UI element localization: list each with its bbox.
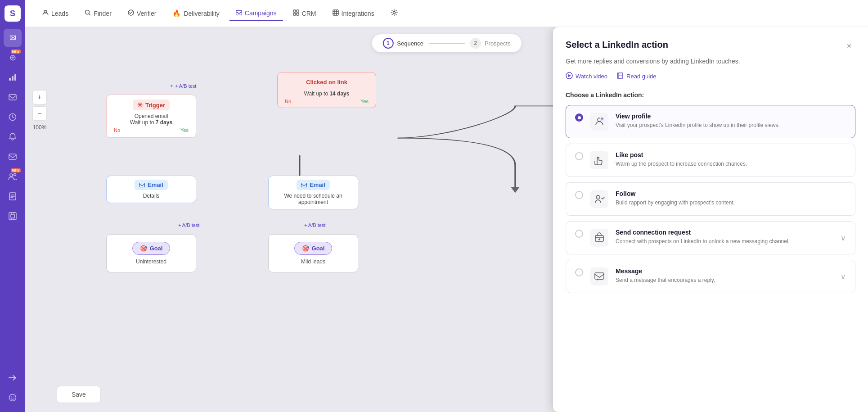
- nav-campaigns[interactable]: Campaigns: [229, 5, 283, 21]
- goal-node-1[interactable]: 🎯 Goal Uninterested: [106, 234, 196, 272]
- watch-video-label: Watch video: [576, 73, 607, 80]
- panel-close-button[interactable]: ×: [843, 40, 855, 52]
- sidebar-item-stats[interactable]: [4, 68, 22, 86]
- nav-verifier-label: Verifier: [137, 10, 157, 17]
- zoom-out-button[interactable]: −: [32, 106, 47, 121]
- sidebar-item-new1[interactable]: ⊕NEW: [4, 49, 22, 67]
- action-message[interactable]: Message Send a message that encourages a…: [566, 260, 855, 293]
- nav-leads-label: Leads: [51, 10, 68, 17]
- goal-name-1: Uninterested: [136, 258, 166, 265]
- abtest-email1[interactable]: + A/B test: [178, 221, 199, 229]
- goal-badge-2: 🎯 Goal: [294, 242, 333, 255]
- abtest-trigger-btn[interactable]: ＋ + A/B test: [169, 82, 196, 89]
- canvas-controls: + − 100%: [32, 63, 47, 131]
- step-circle-1: 1: [382, 38, 393, 49]
- trigger-node[interactable]: ✳ Trigger Opened email Wait up to 7 days…: [106, 95, 196, 138]
- message-title: Message: [616, 267, 833, 275]
- clicked-wait: Wait up to 14 days: [285, 91, 369, 97]
- save-area: Save: [57, 386, 101, 403]
- read-guide-label: Read guide: [626, 73, 657, 80]
- play-circle-icon: [566, 72, 573, 81]
- sidebar-item-history[interactable]: [4, 108, 22, 126]
- sidebar-item-notes[interactable]: [4, 187, 22, 205]
- nav-deliverability[interactable]: 🔥 Deliverability: [166, 6, 225, 21]
- nav-integrations[interactable]: Integrations: [326, 6, 381, 21]
- zoom-in-button[interactable]: +: [32, 90, 47, 104]
- svg-rect-21: [297, 13, 299, 15]
- svg-rect-3: [9, 95, 16, 100]
- svg-point-13: [13, 397, 14, 398]
- save-button[interactable]: Save: [57, 386, 101, 403]
- action-follow[interactable]: Follow Build rapport by engaging with pr…: [566, 182, 855, 216]
- svg-point-23: [393, 12, 395, 14]
- sidebar-item-arrow[interactable]: [4, 369, 22, 387]
- deliverability-icon: 🔥: [172, 9, 181, 18]
- email-header-1: Email: [135, 180, 168, 190]
- nav-finder[interactable]: Finder: [78, 6, 118, 21]
- goal-label-1: Goal: [150, 245, 163, 252]
- svg-rect-10: [11, 214, 14, 218]
- email-name-1: Details: [114, 193, 189, 199]
- svg-rect-0: [9, 78, 11, 81]
- step-sequence[interactable]: 1 Sequence: [382, 38, 423, 49]
- svg-rect-38: [595, 273, 604, 279]
- zoom-level: 100%: [32, 124, 47, 131]
- read-guide-link[interactable]: Read guide: [616, 72, 657, 81]
- campaigns-icon: [236, 9, 242, 17]
- nav-leads[interactable]: Leads: [36, 6, 75, 21]
- goal-node-2[interactable]: 🎯 Goal Mild leads: [268, 234, 358, 272]
- svg-rect-29: [139, 183, 145, 187]
- nav-crm[interactable]: CRM: [287, 6, 323, 21]
- svg-rect-33: [617, 73, 623, 78]
- step-prospects[interactable]: 2 Prospects: [470, 38, 511, 49]
- clicked-node[interactable]: Clicked on link Wait up to 14 days No Ye…: [277, 72, 376, 108]
- abtest-email2[interactable]: + A/B test: [304, 221, 325, 229]
- radio-like-post: [575, 152, 583, 160]
- goal-target-icon-2: 🎯: [302, 245, 309, 252]
- nav-verifier[interactable]: Verifier: [121, 6, 163, 21]
- view-profile-content: View profile Visit your prospect's Linke…: [616, 113, 846, 129]
- watch-video-link[interactable]: Watch video: [566, 72, 607, 81]
- sidebar-item-people[interactable]: NEW: [4, 168, 22, 186]
- chevron-down-icon-message: ∨: [841, 272, 846, 281]
- panel-choose-label: Choose a LinkedIn action:: [566, 91, 855, 99]
- trigger-wait: Wait up to 7 days: [114, 119, 189, 126]
- step-sequence-label: Sequence: [397, 40, 423, 47]
- abtest-email1-btn[interactable]: + A/B test: [178, 222, 199, 228]
- nav-settings[interactable]: [384, 5, 404, 21]
- sidebar-item-bell[interactable]: [4, 128, 22, 146]
- sidebar-item-mail2[interactable]: [4, 148, 22, 166]
- sidebar-item-emoji[interactable]: [4, 389, 22, 407]
- action-view-profile[interactable]: View profile Visit your prospect's Linke…: [566, 105, 855, 138]
- sidebar-item-campaigns[interactable]: ✉: [4, 29, 22, 47]
- action-like-post[interactable]: Like post Warm up the prospect to increa…: [566, 144, 855, 177]
- clicked-yn: No Yes: [285, 99, 369, 104]
- message-icon: [590, 267, 608, 285]
- svg-point-7: [14, 174, 16, 176]
- email-header-2: Email: [297, 180, 330, 190]
- svg-rect-5: [9, 154, 16, 159]
- sidebar: S ✉ ⊕NEW NEW: [0, 0, 25, 412]
- main-area: Leads Finder Verifier 🔥 Deliverability C…: [25, 0, 868, 412]
- abtest-email2-btn[interactable]: + A/B test: [304, 222, 325, 228]
- trigger-yes: Yes: [180, 127, 189, 133]
- email-node-1[interactable]: Email Details: [106, 176, 196, 203]
- abtest-trigger[interactable]: ＋ + A/B test: [169, 81, 196, 89]
- view-profile-desc: Visit your prospect's LinkedIn profile t…: [616, 122, 846, 129]
- svg-rect-20: [293, 13, 296, 15]
- send-connection-icon: [590, 229, 608, 247]
- email-label-2: Email: [310, 181, 325, 188]
- sidebar-item-plugin[interactable]: [4, 207, 22, 225]
- email-node-2[interactable]: Email We need to schedule an appointment: [268, 176, 358, 209]
- panel-subtitle: Get more replies and conversions by addi…: [566, 58, 855, 65]
- svg-rect-22: [333, 10, 338, 15]
- svg-rect-18: [293, 10, 296, 12]
- svg-rect-17: [236, 11, 242, 15]
- step-connector: [429, 43, 465, 44]
- sidebar-item-mail[interactable]: [4, 88, 22, 106]
- action-send-connection[interactable]: Send connection request Connect with pro…: [566, 221, 855, 254]
- settings-icon: [391, 9, 398, 18]
- chevron-down-icon-connection: ∨: [841, 234, 846, 242]
- new-badge-2: NEW: [11, 168, 21, 172]
- svg-rect-19: [297, 10, 299, 12]
